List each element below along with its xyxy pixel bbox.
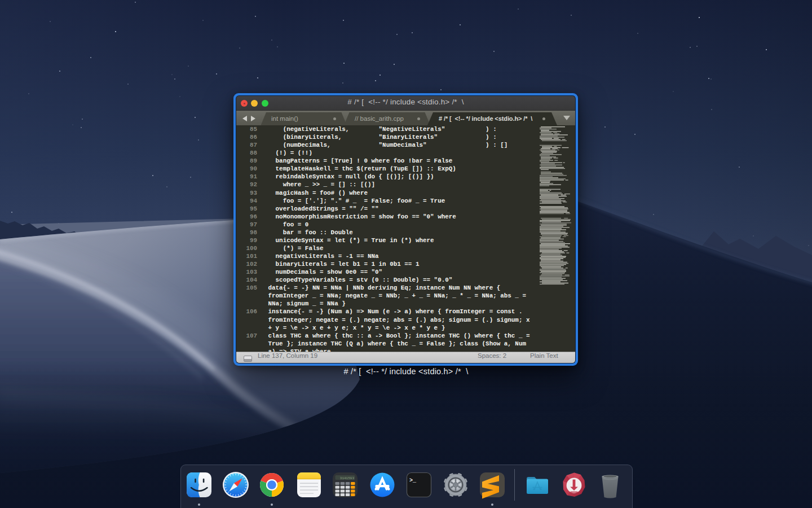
svg-text:3141593: 3141593 — [340, 476, 355, 480]
svg-text:>_: >_ — [409, 478, 417, 484]
